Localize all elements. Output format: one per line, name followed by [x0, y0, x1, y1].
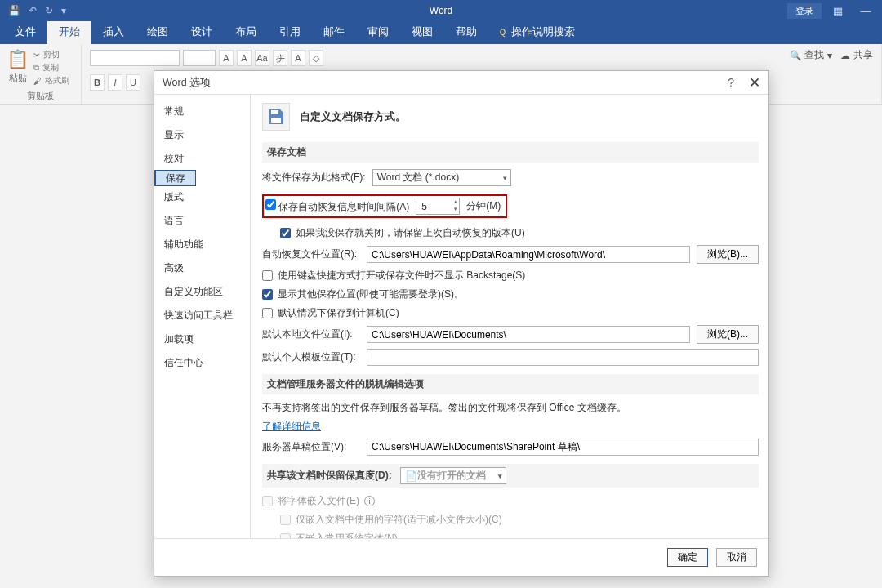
tab-help[interactable]: 帮助 — [444, 20, 488, 44]
sidebar-item-accessibility[interactable]: 辅助功能 — [154, 233, 250, 256]
learn-more-link[interactable]: 了解详细信息 — [262, 420, 321, 434]
ok-button[interactable]: 确定 — [667, 548, 708, 567]
options-dialog: Word 选项 ? ✕ 常规 显示 校对 保存 版式 语言 辅助功能 高级 自定… — [154, 70, 769, 577]
no-backstage-checkbox[interactable]: 使用键盘快捷方式打开或保存文件时不显示 Backstage(S) — [262, 269, 525, 283]
section-offline-edit: 文档管理服务器文件的脱机编辑选项 — [262, 374, 759, 394]
clipboard-group-label: 剪贴板 — [0, 90, 81, 102]
tab-design[interactable]: 设计 — [180, 20, 224, 44]
qat-dropdown-icon[interactable]: ▾ — [61, 5, 66, 16]
offline-note: 不再支持将签出的文件保存到服务器草稿。签出的文件现将保存到 Office 文档缓… — [262, 401, 626, 415]
keep-last-autosave-checkbox[interactable]: 如果我没保存就关闭，请保留上次自动恢复的版本(U) — [280, 226, 525, 240]
paste-button[interactable]: 📋 粘贴 — [7, 47, 29, 87]
copy-icon: ⧉ — [33, 63, 39, 73]
options-main-panel: 自定义文档保存方式。 保存文档 将文件保存为此格式(F): Word 文档 (*… — [251, 95, 768, 538]
find-button[interactable]: 🔍 查找 ▾ — [790, 49, 832, 61]
clipboard-icon: 📋 — [7, 49, 29, 70]
sidebar-item-general[interactable]: 常规 — [154, 100, 250, 123]
ribbon-display-icon[interactable]: ▦ — [826, 5, 849, 17]
autorecover-highlight: 保存自动恢复信息时间间隔(A) 5 分钟(M) — [262, 194, 507, 218]
font-size-combo[interactable] — [183, 50, 216, 66]
change-case-button[interactable]: Aa — [255, 50, 270, 66]
clear-format-button[interactable]: ◇ — [309, 50, 323, 66]
underline-button[interactable]: U — [126, 74, 140, 91]
default-local-label: 默认本地文件位置(I): — [262, 327, 360, 341]
sidebar-item-customize-ribbon[interactable]: 自定义功能区 — [154, 280, 250, 304]
dialog-title: Word 选项 — [163, 76, 211, 90]
sidebar-item-save[interactable]: 保存 — [154, 170, 196, 186]
format-painter-button[interactable]: 🖌格式刷 — [33, 75, 69, 87]
close-icon[interactable]: ✕ — [749, 74, 760, 91]
clipboard-group: 📋 粘贴 ✂剪切 ⧉复制 🖌格式刷 剪贴板 — [0, 44, 82, 104]
section-save-documents: 保存文档 — [262, 142, 759, 163]
scissors-icon: ✂ — [33, 51, 40, 60]
help-icon[interactable]: ? — [728, 76, 734, 89]
format-label: 将文件保存为此格式(F): — [262, 171, 366, 185]
dialog-footer: 确定 取消 — [154, 538, 768, 576]
server-draft-field[interactable] — [367, 439, 759, 456]
share-button[interactable]: ☁ 共享 — [840, 49, 873, 61]
default-local-browse-button[interactable]: 浏览(B)... — [697, 325, 759, 344]
tab-review[interactable]: 审阅 — [356, 20, 400, 44]
dialog-titlebar: Word 选项 ? ✕ — [154, 71, 768, 94]
sidebar-item-proofing[interactable]: 校对 — [154, 147, 250, 171]
info-icon[interactable]: i — [364, 496, 375, 506]
sidebar-item-advanced[interactable]: 高级 — [154, 256, 250, 280]
tab-view[interactable]: 视图 — [400, 20, 444, 44]
autorecover-location-field[interactable] — [367, 246, 690, 263]
default-save-computer-checkbox[interactable]: 默认情况下保存到计算机(C) — [262, 306, 399, 320]
ribbon-tabs: 文件 开始 插入 绘图 设计 布局 引用 邮件 审阅 视图 帮助 Ｑ操作说明搜索 — [0, 21, 882, 44]
tab-references[interactable]: 引用 — [268, 20, 312, 44]
default-local-field[interactable] — [367, 326, 690, 343]
autorecover-checkbox[interactable]: 保存自动恢复信息时间间隔(A) — [265, 199, 409, 214]
save-format-combo[interactable]: Word 文档 (*.docx) — [372, 169, 511, 186]
grow-font-button[interactable]: A — [219, 50, 234, 66]
font-family-combo[interactable] — [90, 50, 180, 66]
embed-used-chars-checkbox: 仅嵌入文档中使用的字符(适于减小文件大小)(C) — [280, 513, 502, 527]
italic-button[interactable]: I — [108, 74, 122, 91]
minimize-icon[interactable]: — — [854, 5, 877, 17]
tab-file[interactable]: 文件 — [3, 20, 47, 44]
cancel-button[interactable]: 取消 — [716, 548, 757, 567]
tell-me[interactable]: Ｑ操作说明搜索 — [488, 20, 585, 44]
shrink-font-button[interactable]: A — [237, 50, 252, 66]
embed-fonts-checkbox[interactable]: 将字体嵌入文件(E)i — [262, 494, 375, 508]
default-template-label: 默认个人模板位置(T): — [262, 350, 360, 364]
border-button[interactable]: A — [291, 50, 305, 66]
tab-insert[interactable]: 插入 — [91, 20, 136, 44]
panel-heading: 自定义文档保存方式。 — [300, 109, 406, 124]
brush-icon: 🖌 — [33, 77, 42, 86]
show-other-locations-checkbox[interactable]: 显示其他保存位置(即使可能需要登录)(S)。 — [262, 287, 464, 301]
undo-icon[interactable]: ↶ — [29, 5, 37, 16]
tab-draw[interactable]: 绘图 — [136, 20, 180, 44]
autorecover-location-label: 自动恢复文件位置(R): — [262, 247, 360, 261]
copy-button[interactable]: ⧉复制 — [33, 62, 69, 74]
app-title: Word — [430, 5, 452, 16]
server-draft-label: 服务器草稿位置(V): — [262, 440, 360, 454]
tab-mail[interactable]: 邮件 — [312, 20, 356, 44]
save-icon[interactable]: 💾 — [8, 5, 20, 16]
save-floppy-icon — [262, 103, 290, 131]
sidebar-item-addins[interactable]: 加载项 — [154, 327, 250, 351]
autorecover-unit: 分钟(M) — [466, 199, 501, 213]
tab-home[interactable]: 开始 — [47, 20, 91, 44]
autorecover-interval-spinner[interactable]: 5 — [416, 198, 460, 215]
sidebar-item-display[interactable]: 显示 — [154, 123, 250, 147]
bold-button[interactable]: B — [90, 74, 105, 91]
sidebar-item-qat[interactable]: 快速访问工具栏 — [154, 304, 250, 327]
login-button[interactable]: 登录 — [787, 3, 822, 19]
autorecover-browse-button[interactable]: 浏览(B)... — [697, 245, 759, 264]
svg-rect-1 — [271, 118, 281, 123]
sidebar-item-layout[interactable]: 版式 — [154, 185, 250, 209]
sidebar-item-language[interactable]: 语言 — [154, 209, 250, 233]
phonetic-button[interactable]: 拼 — [273, 50, 287, 66]
bulb-icon: Ｑ — [498, 26, 506, 38]
fidelity-doc-combo[interactable]: 📄 没有打开的文档 — [400, 467, 506, 484]
titlebar: 💾 ↶ ↻ ▾ Word 登录 ▦ — — [0, 0, 882, 21]
sidebar-item-trust[interactable]: 信任中心 — [154, 351, 250, 375]
redo-icon[interactable]: ↻ — [45, 5, 53, 16]
tab-layout[interactable]: 布局 — [224, 20, 268, 44]
cut-button[interactable]: ✂剪切 — [33, 49, 69, 60]
default-template-field[interactable] — [367, 349, 759, 366]
svg-rect-0 — [271, 110, 278, 114]
section-fidelity: 共享该文档时保留保真度(D): 📄 没有打开的文档 — [262, 464, 759, 488]
